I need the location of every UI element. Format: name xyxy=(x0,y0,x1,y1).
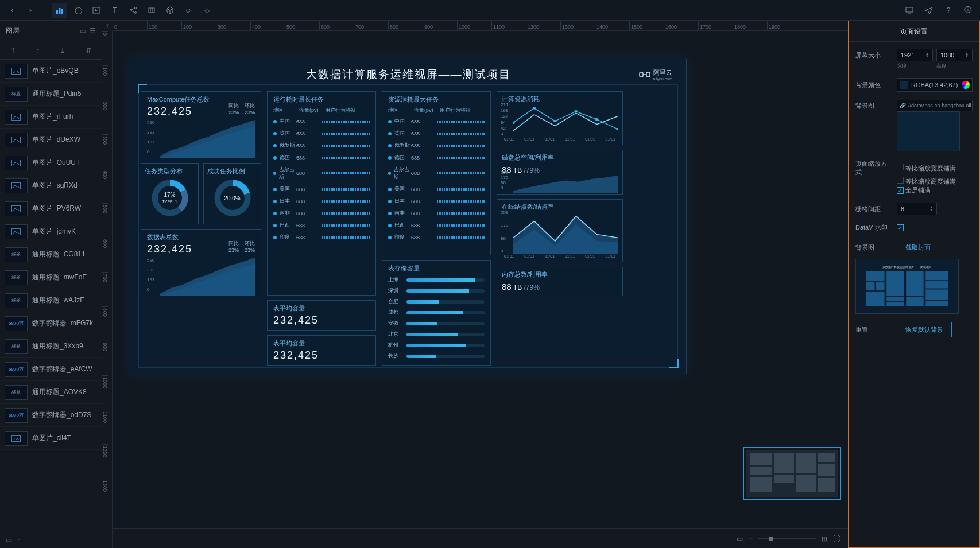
dashboard-screen[interactable]: 大数据计算服务运维视屏——测试项目 阿里云aliyun.com MaxCompu… xyxy=(130,59,687,374)
svg-rect-7 xyxy=(149,8,154,13)
layers-panel: 图层 ▭ ☰ ⤒ ↕ ⤓ ⇵ 单图片_oBvQB标题通用标题_Pdin5单图片_… xyxy=(0,21,102,548)
scale-opt-0-checkbox[interactable] xyxy=(897,164,904,170)
zoom-slider[interactable] xyxy=(758,538,816,539)
bar-row: 上海 xyxy=(388,274,485,285)
share-icon[interactable] xyxy=(126,3,141,18)
bgcolor-input[interactable]: RGBA(13,42,67) xyxy=(897,78,973,92)
card-success-ratio: 成功任务比例 20.0% xyxy=(203,163,261,224)
scale-opt-1-checkbox[interactable] xyxy=(897,177,904,184)
layer-item[interactable]: 6870万数字翻牌器_eAfCW xyxy=(0,358,102,381)
layer-item[interactable]: 6870万数字翻牌器_odD7S xyxy=(0,404,102,427)
smile-icon[interactable]: ☺ xyxy=(181,3,196,18)
top-toolbar: ‹ › ◯ T ☺ ◇ ? ⓘ xyxy=(0,0,980,21)
svg-rect-42 xyxy=(925,281,948,289)
table-row: 印度688 xyxy=(273,231,370,243)
reset-bg-button[interactable]: 恢复默认背景 xyxy=(897,322,952,337)
monitor-icon[interactable] xyxy=(902,3,917,18)
layer-item[interactable]: 单图片_dUeXW xyxy=(0,129,102,151)
table-row: 日本688 xyxy=(273,195,370,207)
zoom-grid-icon[interactable]: ⊞ xyxy=(822,535,827,543)
align-dist-icon[interactable]: ⇵ xyxy=(86,46,91,55)
module-icon[interactable] xyxy=(144,3,159,18)
layer-item[interactable]: 标题通用标题_CG811 xyxy=(0,243,102,266)
layer-item[interactable]: 标题通用标题_wAJzF xyxy=(0,289,102,312)
color-picker-icon[interactable] xyxy=(962,81,970,89)
svg-point-28 xyxy=(595,118,598,121)
zoom-out-icon[interactable]: ▭ xyxy=(737,535,743,543)
globe-icon[interactable]: ◯ xyxy=(71,3,86,18)
cube-icon[interactable] xyxy=(162,3,177,18)
svg-rect-16 xyxy=(12,435,21,441)
table-row: 德国688 xyxy=(273,151,370,164)
zoom-minus-icon[interactable]: − xyxy=(749,535,753,543)
layer-item[interactable]: 单图片_sgRXd xyxy=(0,174,102,197)
minimap[interactable] xyxy=(743,447,841,500)
settings-title: 页面设置 xyxy=(849,21,979,42)
diamond-icon[interactable]: ◇ xyxy=(199,3,214,18)
layer-item-label: 单图片_OuUUT xyxy=(32,158,80,168)
card-online-nodes: 在线结点数/结点率 258172860 01/0101/0101/0101/01… xyxy=(497,199,623,262)
layers-foot-icon2[interactable]: ▫ xyxy=(18,536,20,544)
svg-rect-8 xyxy=(906,7,913,12)
svg-point-26 xyxy=(553,120,556,122)
align-middle-icon[interactable]: ↕ xyxy=(36,46,40,55)
zoom-expand-icon[interactable]: ⛶ xyxy=(833,535,840,543)
layer-item[interactable]: 单图片_PV6RW xyxy=(0,197,102,220)
capture-cover-button[interactable]: 截取封面 xyxy=(897,240,939,255)
svg-rect-36 xyxy=(886,271,904,296)
bgimg-label: 背景图 xyxy=(855,102,892,110)
layer-item-label: 通用标题_CG811 xyxy=(32,250,86,259)
layers-foot-icon[interactable]: ▭ xyxy=(6,536,12,544)
ruler-horizontal: 0100200300400500600700800900100011001200… xyxy=(113,21,848,31)
width-input[interactable]: 1921▲▼ xyxy=(897,49,933,61)
cover-thumbnail: 大数据计算服务运维视屏——测试项目 xyxy=(855,259,959,314)
svg-rect-40 xyxy=(906,297,923,306)
scale-opt-2-checkbox[interactable]: ✓ xyxy=(897,187,904,194)
card-storage-bars: 表存储容量 上海深圳合肥成都安徽北京杭州长沙 xyxy=(382,260,491,366)
align-bottom-icon[interactable]: ⤓ xyxy=(60,46,65,55)
play-icon[interactable] xyxy=(89,3,104,18)
text-icon[interactable]: T xyxy=(107,3,122,18)
bar-row: 合肥 xyxy=(388,296,485,307)
svg-rect-0 xyxy=(56,10,58,14)
height-input[interactable]: 1080▲▼ xyxy=(936,49,973,61)
layer-item[interactable]: 标题通用标题_Pdin5 xyxy=(0,83,102,106)
svg-rect-37 xyxy=(886,297,904,301)
svg-rect-15 xyxy=(12,228,21,235)
info-icon[interactable]: ⓘ xyxy=(960,3,975,18)
layer-item-label: 单图片_PV6RW xyxy=(32,204,81,213)
back-icon[interactable]: ‹ xyxy=(5,3,20,18)
bgimg2-label: 背景图 xyxy=(855,243,892,252)
layer-item[interactable]: 单图片_rFurh xyxy=(0,106,102,129)
align-top-icon[interactable]: ⤒ xyxy=(10,46,16,55)
layers-view-list-icon[interactable]: ☰ xyxy=(90,27,96,35)
ruler-origin-icon[interactable]: ⟟ xyxy=(102,21,113,31)
layer-item-label: 数字翻牌器_mFG7k xyxy=(32,318,93,328)
table-row: 吉尔吉斯688 xyxy=(273,164,370,183)
table-row: 英国688 xyxy=(273,127,370,139)
bar-row: 深圳 xyxy=(388,285,485,296)
layer-item[interactable]: 6870万数字翻牌器_mFG7k xyxy=(0,312,102,335)
layer-item[interactable]: 单图片_cil4T xyxy=(0,427,102,450)
layer-item[interactable]: 标题通用标题_AOVK8 xyxy=(0,381,102,404)
bar-chart-icon[interactable] xyxy=(52,3,67,18)
svg-rect-32 xyxy=(866,271,884,281)
watermark-checkbox[interactable]: ✓ xyxy=(897,224,904,231)
layer-item[interactable]: 单图片_jdmvK xyxy=(0,220,102,243)
grid-spacing-input[interactable]: 8▲▼ xyxy=(897,203,937,215)
svg-rect-41 xyxy=(925,271,948,280)
canvas-viewport[interactable]: 大数据计算服务运维视屏——测试项目 阿里云aliyun.com MaxCompu… xyxy=(113,31,848,528)
layers-view-thumb-icon[interactable]: ▭ xyxy=(80,27,86,35)
bgimg-url-input[interactable]: 🔗//datav.oss-cn-hangzhou.ali xyxy=(897,100,973,111)
send-icon[interactable] xyxy=(921,3,936,18)
svg-rect-11 xyxy=(12,137,21,143)
layer-item[interactable]: 标题通用标题_mwFoE xyxy=(0,266,102,289)
layer-item[interactable]: 标题通用标题_3Xxb9 xyxy=(0,335,102,358)
forward-icon[interactable]: › xyxy=(23,3,38,18)
help-icon[interactable]: ? xyxy=(941,3,956,18)
bgimg-preview[interactable] xyxy=(897,111,960,151)
layer-item[interactable]: 单图片_oBvQB xyxy=(0,60,102,83)
table-row: 英国688 xyxy=(388,127,485,139)
svg-rect-35 xyxy=(866,292,884,306)
layer-item[interactable]: 单图片_OuUUT xyxy=(0,151,102,174)
